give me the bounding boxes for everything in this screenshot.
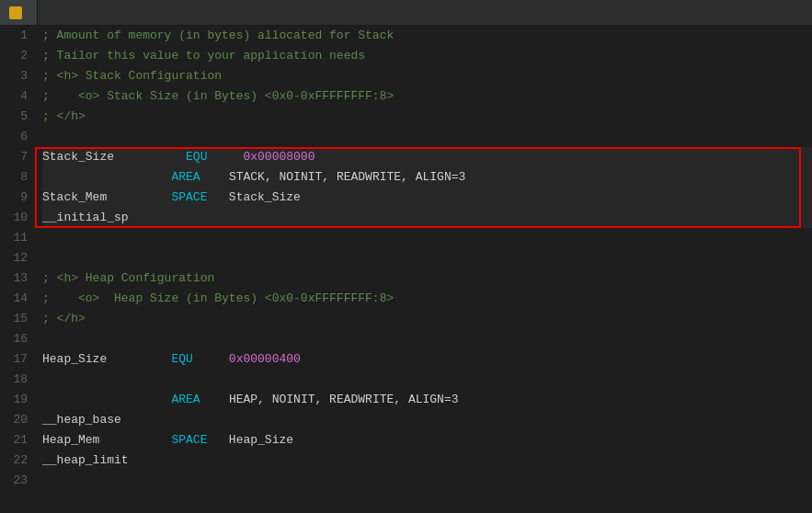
code-token: Heap_Size	[229, 430, 293, 450]
line-number: 21	[0, 430, 35, 450]
code-line: ; Amount of memory (in bytes) allocated …	[42, 26, 812, 46]
code-line	[42, 228, 812, 248]
line-number: 20	[0, 410, 35, 430]
comment-text: ; <h> Stack Configuration	[42, 66, 222, 86]
code-token: Heap_Mem	[42, 430, 99, 450]
comment-text: ; Tailor this value to your application …	[42, 46, 365, 66]
line-number: 17	[0, 349, 35, 370]
comment-text: ; <o> Stack Size (in Bytes) <0x0-0xFFFFF…	[42, 86, 394, 107]
code-token: __initial_sp	[42, 208, 129, 228]
code-line	[42, 370, 812, 390]
editor: 1234567891011121314151617181920212223 ; …	[0, 26, 812, 513]
code-token	[42, 167, 171, 188]
line-number: 23	[0, 471, 35, 491]
code-token: Stack_Size	[42, 147, 114, 167]
comment-text: ; <h> Heap Configuration	[42, 268, 214, 289]
tab-bar	[0, 0, 812, 26]
tab-startup[interactable]	[0, 0, 38, 25]
code-token	[207, 430, 228, 450]
code-line: ; <h> Stack Configuration	[42, 66, 812, 86]
code-line: ; <o> Heap Size (in Bytes) <0x0-0xFFFFFF…	[42, 289, 812, 309]
code-token	[42, 390, 171, 410]
code-token: SPACE	[171, 430, 207, 450]
code-line: AREA STACK, NOINIT, READWRITE, ALIGN=3	[42, 167, 812, 188]
line-number: 13	[0, 268, 35, 289]
line-number: 12	[0, 248, 35, 268]
line-numbers: 1234567891011121314151617181920212223	[0, 26, 35, 513]
line-number: 9	[0, 188, 35, 208]
code-token: Stack_Size	[229, 188, 301, 208]
comment-text: ; </h>	[42, 107, 86, 127]
code-token	[193, 349, 229, 370]
code-line: __heap_base	[42, 410, 812, 430]
code-area: ; Amount of memory (in bytes) allocated …	[35, 26, 812, 513]
line-number: 8	[0, 167, 35, 188]
line-number: 6	[0, 127, 35, 147]
code-line: ; <o> Stack Size (in Bytes) <0x0-0xFFFFF…	[42, 86, 812, 107]
code-token: AREA	[171, 167, 200, 188]
code-line: ; </h>	[42, 107, 812, 127]
line-number: 3	[0, 66, 35, 86]
line-number: 11	[0, 228, 35, 248]
code-token	[99, 430, 171, 450]
code-line: __heap_limit	[42, 450, 812, 471]
line-number: 19	[0, 390, 35, 410]
code-lines-wrapper: ; Amount of memory (in bytes) allocated …	[42, 26, 812, 491]
code-line: Heap_Mem SPACE Heap_Size	[42, 430, 812, 450]
code-line: AREA HEAP, NOINIT, READWRITE, ALIGN=3	[42, 390, 812, 410]
code-line: __initial_sp	[42, 208, 812, 228]
line-number: 15	[0, 309, 35, 329]
code-token: __heap_base	[42, 410, 121, 430]
code-token: EQU	[186, 147, 207, 167]
code-token: EQU	[171, 349, 192, 370]
code-line	[42, 329, 812, 349]
code-token: 0x00008000	[243, 147, 315, 167]
line-number: 1	[0, 26, 35, 46]
code-token	[107, 349, 171, 370]
line-number: 2	[0, 46, 35, 66]
code-line: ; Tailor this value to your application …	[42, 46, 812, 66]
code-line	[42, 127, 812, 147]
code-token: HEAP, NOINIT, READWRITE, ALIGN=3	[229, 390, 459, 410]
comment-text: ; <o> Heap Size (in Bytes) <0x0-0xFFFFFF…	[42, 289, 394, 309]
code-line: Heap_Size EQU 0x00000400	[42, 349, 812, 370]
line-number: 10	[0, 208, 35, 228]
code-token: Heap_Size	[42, 349, 107, 370]
code-line: ; <h> Heap Configuration	[42, 268, 812, 289]
code-token	[207, 188, 228, 208]
code-token	[107, 188, 171, 208]
line-number: 18	[0, 370, 35, 390]
code-token	[114, 147, 186, 167]
code-line	[42, 248, 812, 268]
line-number: 7	[0, 147, 35, 167]
line-number: 5	[0, 107, 35, 127]
code-token	[207, 147, 243, 167]
line-number: 4	[0, 86, 35, 107]
code-line: ; </h>	[42, 309, 812, 329]
code-line	[42, 471, 812, 491]
line-number: 14	[0, 289, 35, 309]
code-line: Stack_Mem SPACE Stack_Size	[42, 188, 812, 208]
code-token: AREA	[171, 390, 200, 410]
line-number: 22	[0, 450, 35, 471]
code-token	[200, 167, 229, 188]
code-token: __heap_limit	[42, 450, 129, 471]
line-number: 16	[0, 329, 35, 349]
code-token: 0x00000400	[229, 349, 301, 370]
code-token: Stack_Mem	[42, 188, 107, 208]
code-token: SPACE	[171, 188, 207, 208]
file-icon	[9, 6, 22, 19]
comment-text: ; </h>	[42, 309, 86, 329]
comment-text: ; Amount of memory (in bytes) allocated …	[42, 26, 394, 46]
code-token: STACK, NOINIT, READWRITE, ALIGN=3	[229, 167, 465, 188]
code-token	[200, 390, 229, 410]
code-line: Stack_Size EQU 0x00008000	[42, 147, 812, 167]
